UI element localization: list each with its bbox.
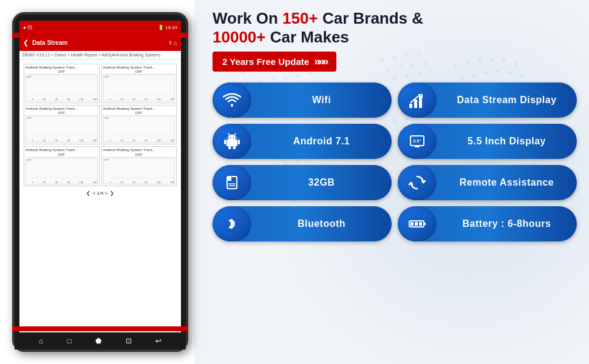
remote-label: Remote Assistance <box>437 177 577 188</box>
android-back-icon[interactable]: ↩ <box>155 337 162 345</box>
bluetooth-icon <box>222 214 242 234</box>
android-icon-circle <box>213 124 251 159</box>
svg-rect-93 <box>228 146 231 149</box>
chart-title-6: Antilock Braking System Tracti... <box>103 148 175 152</box>
svg-text:5.5": 5.5" <box>413 139 421 143</box>
update-badge-arrows: »»» <box>314 55 327 68</box>
svg-line-89 <box>228 133 230 135</box>
chart-grid: Antilock Braking System Tracti... OFF OF… <box>22 62 179 188</box>
battery-icon-circle <box>398 206 437 241</box>
tablet-device: ● ⓜ 🔋 19:34 ❮ Data Stream ⚕ ⌂ DEMO V15.1… <box>12 12 188 352</box>
tablet-screen: ● ⓜ 🔋 19:34 ❮ Data Stream ⚕ ⌂ DEMO V15.1… <box>19 21 181 343</box>
status-right: 🔋 19:34 <box>158 25 177 30</box>
feature-remote: Remote Assistance <box>398 165 577 200</box>
nav-bar: ❮ Data Stream ⚕ ⌂ <box>19 34 181 51</box>
svg-rect-104 <box>410 222 414 226</box>
svg-rect-99 <box>227 177 231 181</box>
battery-label: Battery : 6-8hours <box>437 218 577 229</box>
feature-data-stream: Data Stream Display <box>398 83 577 118</box>
chart-title-1: Antilock Braking System Tracti... <box>26 66 98 70</box>
svg-rect-91 <box>224 140 226 144</box>
nav-icons: ⚕ ⌂ <box>169 39 177 46</box>
prev-page-icon[interactable]: ❮ <box>86 190 90 196</box>
headline-makes: Makes <box>301 28 349 46</box>
chart-area-4: OFF 0204080140180 <box>103 115 175 143</box>
android-icon <box>222 132 242 151</box>
feature-bluetooth: Bluetooth <box>213 206 392 241</box>
headline-brands: Brands & <box>353 9 423 27</box>
svg-line-90 <box>234 133 236 135</box>
chart-area-5: OFF 0204080140180 <box>26 157 98 184</box>
chart-status-5: OFF <box>26 153 98 157</box>
svg-rect-105 <box>415 222 418 226</box>
svg-rect-92 <box>238 140 240 144</box>
chart-title-3: Antilock Braking System Tracti... <box>26 107 98 111</box>
feature-wifi: Wifi <box>213 83 392 118</box>
wifi-label: Wifi <box>251 95 392 106</box>
svg-rect-103 <box>424 223 426 225</box>
chart-area-6: OFF 0204080140180 <box>103 157 175 184</box>
nav-title: Data Stream <box>32 39 67 46</box>
right-content: Work On 150+ Car Brands & 10000+ Car Mak… <box>200 0 589 364</box>
next-page-icon[interactable]: ❯ <box>110 190 114 196</box>
storage-icon-circle <box>213 165 251 200</box>
svg-point-87 <box>230 137 231 138</box>
chart-title-2: Antilock Braking System Tracti... <box>103 66 175 70</box>
chart-area-3: OFF 0204080140180 <box>26 115 98 143</box>
chart-item-3: Antilock Braking System Tracti... OFF OF… <box>24 105 100 144</box>
headline: Work On 150+ Car Brands & 10000+ Car Mak… <box>213 9 577 47</box>
chart-area-2: OFF 0204080140180 <box>103 74 175 101</box>
features-grid: Wifi Data Stream Display <box>213 83 577 241</box>
svg-rect-94 <box>233 146 236 149</box>
feature-storage: 32GB <box>213 165 392 200</box>
display-icon-circle: 5.5" <box>398 124 437 159</box>
chart-status-6: OFF <box>103 153 175 157</box>
remote-icon-circle <box>398 165 437 200</box>
headline-prefix: Work On <box>213 9 282 27</box>
chart-item-4: Antilock Braking System Tracti... OFF OF… <box>101 105 177 144</box>
chart-item-2: Antilock Braking System Tracti... OFF OF… <box>101 64 177 103</box>
headline-highlight-150: 150+ <box>282 9 318 27</box>
chart-icon <box>407 90 427 110</box>
data-stream-content: Antilock Braking System Tracti... OFF OF… <box>19 59 181 331</box>
android-square-icon[interactable]: □ <box>67 337 72 345</box>
headline-highlight-10000: 10000+ <box>213 28 265 46</box>
update-badge: 2 Years Free Update »»» <box>213 52 336 72</box>
pagination: ❮ < 1/4 > ❯ <box>22 188 179 198</box>
page-info: < 1/4 > <box>93 190 108 196</box>
data-stream-label: Data Stream Display <box>437 95 577 106</box>
data-stream-icon-circle <box>398 83 437 118</box>
android-nav: ⌂ □ ⬟ ⊡ ↩ <box>15 332 186 349</box>
headline-car: Car <box>318 9 353 27</box>
breadcrumb: DEMO V15.11 > Demo > Health Report > ABS… <box>19 51 181 59</box>
chart-item-1: Antilock Braking System Tracti... OFF OF… <box>24 64 100 103</box>
chart-item-5: Antilock Braking System Tracti... OFF OF… <box>24 146 100 186</box>
chart-item-6: Antilock Braking System Tracti... OFF OF… <box>101 146 177 186</box>
chart-status-4: OFF <box>103 111 175 115</box>
chart-title-4: Antilock Braking System Tracti... <box>103 107 175 111</box>
android-label: Android 7.1 <box>251 136 392 147</box>
android-android-icon[interactable]: ⬟ <box>95 337 101 345</box>
chart-area-1: OFF 0204080140180 <box>26 74 98 101</box>
android-home-icon[interactable]: ⌂ <box>39 337 43 345</box>
svg-rect-82 <box>414 99 417 108</box>
svg-rect-106 <box>419 222 422 226</box>
storage-label: 32GB <box>251 177 392 188</box>
headline-car2: Car <box>265 28 301 46</box>
feature-android: Android 7.1 <box>213 124 392 159</box>
back-arrow-icon: ❮ <box>23 39 29 47</box>
chart-status-2: OFF <box>103 70 175 73</box>
feature-battery: Battery : 6-8hours <box>398 206 577 241</box>
bluetooth-label: Bluetooth <box>251 218 392 229</box>
android-image-icon[interactable]: ⊡ <box>126 337 132 345</box>
status-left: ● ⓜ <box>23 24 32 31</box>
wifi-icon-circle <box>213 83 251 118</box>
bluetooth-icon-circle <box>213 206 251 241</box>
feature-display: 5.5" 5.5 Inch Display <box>398 124 577 159</box>
wifi-icon <box>222 90 242 110</box>
storage-icon <box>222 173 242 192</box>
svg-point-80 <box>231 104 233 106</box>
display-label: 5.5 Inch Display <box>437 136 577 147</box>
update-badge-text: 2 Years Free Update <box>222 56 309 67</box>
display-icon: 5.5" <box>407 132 427 151</box>
